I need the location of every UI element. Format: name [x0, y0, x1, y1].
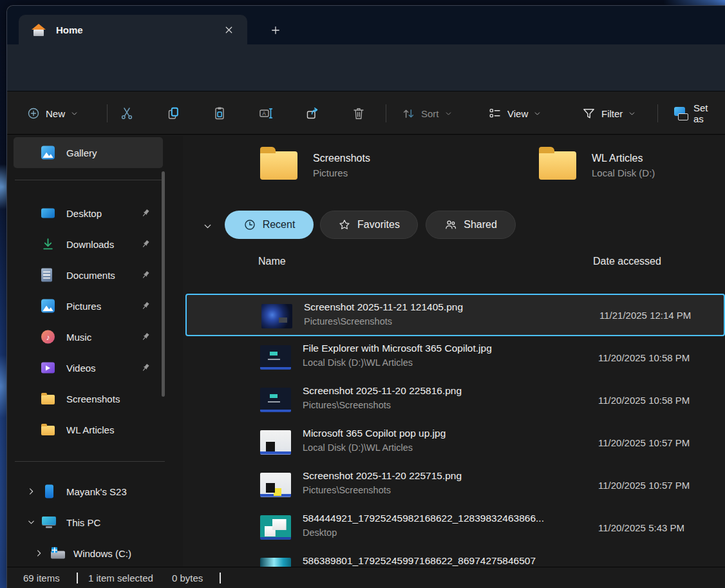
folder-location: Local Disk (D:)	[592, 167, 655, 178]
sidebar-item-label: WL Articles	[66, 424, 114, 435]
command-bar: New A Sort View	[7, 91, 725, 135]
sidebar-item-this-pc[interactable]: This PC	[14, 507, 163, 538]
file-name: 584444921_17925245982168622_128398324638…	[303, 513, 544, 524]
file-date-accessed: 11/21/2025 12:14 PM	[599, 310, 691, 321]
filter-button-label: Filter	[601, 108, 623, 119]
file-date-accessed: 11/20/2025 10:57 PM	[598, 437, 690, 448]
tab-favorites[interactable]: Favorites	[320, 211, 418, 239]
sidebar-item-label: Screenshots	[66, 394, 120, 404]
documents-icon	[41, 269, 52, 282]
tab-recent[interactable]: Recent	[225, 211, 314, 239]
sidebar-item-label: Desktop	[66, 208, 102, 219]
folder-name: WL Articles	[592, 153, 655, 164]
chevron-down-icon[interactable]	[26, 518, 36, 527]
tab-recent-label: Recent	[263, 219, 296, 231]
status-selection: 1 item selected	[88, 573, 153, 583]
pin-icon	[140, 207, 151, 219]
set-as-button[interactable]: Set as	[668, 100, 725, 126]
sort-button[interactable]: Sort	[395, 100, 459, 126]
set-as-background-icon	[674, 107, 688, 120]
file-row[interactable]: Screenshot 2025-11-20 225715.png Picture…	[185, 464, 725, 506]
chevron-right-icon[interactable]	[34, 549, 44, 558]
chevron-down-icon	[70, 109, 79, 118]
pictures-icon	[41, 299, 55, 313]
navigation-bar: Home	[7, 44, 725, 91]
tab-shared[interactable]: Shared	[426, 211, 516, 239]
cut-button[interactable]	[113, 100, 141, 126]
sidebar-item-label: Mayank's S23	[66, 486, 127, 497]
file-row[interactable]: Screenshot 2025-11-20 225816.png Picture…	[185, 379, 725, 421]
cut-scissors-icon	[119, 106, 135, 121]
sidebar-item-desktop[interactable]: Desktop	[14, 198, 163, 229]
rename-icon: A	[258, 106, 274, 121]
plus-circle-icon	[26, 106, 41, 120]
trash-icon	[351, 106, 366, 121]
main-pane: Screenshots Pictures WL Articles Local D…	[183, 136, 725, 567]
copy-button[interactable]	[159, 100, 187, 126]
tab-close-button[interactable]	[219, 20, 238, 39]
tab-strip: Home	[7, 6, 725, 44]
sidebar-item-phone[interactable]: Mayank's S23	[14, 476, 163, 507]
sidebar-item-documents[interactable]: Documents	[14, 260, 163, 290]
filter-button[interactable]: Filter	[575, 100, 643, 126]
sidebar-item-pictures[interactable]: Pictures	[14, 290, 163, 321]
rename-button[interactable]: A	[252, 100, 280, 126]
folder-tile-wl-articles[interactable]: WL Articles Local Disk (D:)	[532, 141, 725, 190]
phone-icon	[45, 485, 53, 498]
file-thumbnail	[260, 473, 291, 497]
file-row[interactable]: Microsoft 365 Copilot pop up.jpg Local D…	[185, 421, 725, 464]
file-date-accessed: 11/20/2025 10:57 PM	[598, 480, 690, 491]
section-collapse-button[interactable]	[196, 214, 219, 238]
folder-tile-screenshots[interactable]: Screenshots Pictures	[254, 141, 531, 190]
sidebar-item-downloads[interactable]: Downloads	[14, 229, 163, 260]
tab-favorites-label: Favorites	[357, 219, 400, 231]
sidebar-item-videos[interactable]: Videos	[14, 352, 163, 383]
paste-button[interactable]	[205, 100, 234, 126]
chevron-right-icon[interactable]	[26, 487, 36, 497]
file-row[interactable]: 586389801_17925245997168622_869742758465…	[185, 549, 725, 567]
file-row[interactable]: 584444921_17925245982168622_128398324638…	[185, 506, 725, 549]
chevron-down-icon	[444, 109, 453, 118]
folder-location: Pictures	[313, 167, 370, 178]
file-thumbnail	[260, 430, 291, 455]
delete-button[interactable]	[344, 100, 373, 126]
star-icon	[338, 218, 351, 231]
sidebar-item-wl-articles[interactable]: WL Articles	[14, 414, 163, 445]
plus-icon	[270, 24, 281, 36]
view-button[interactable]: View	[481, 100, 548, 126]
status-bar: 69 items 1 item selected 0 bytes	[7, 567, 725, 588]
file-location: Pictures\Screenshots	[303, 485, 462, 495]
toolbar-divider	[386, 104, 386, 122]
file-name: File Explorer with Microsoft 365 Copilot…	[303, 343, 492, 354]
file-thumbnail	[260, 515, 291, 540]
folder-name: Screenshots	[313, 153, 370, 164]
chevron-down-icon	[202, 221, 213, 232]
sidebar-scrollbar[interactable]	[162, 171, 165, 397]
this-pc-icon	[42, 517, 56, 528]
sidebar-item-screenshots[interactable]: Screenshots	[14, 383, 163, 414]
share-button[interactable]	[298, 100, 326, 126]
sidebar-item-gallery[interactable]: Gallery	[14, 137, 163, 168]
chevron-down-icon	[533, 109, 541, 118]
sidebar-item-windows-c[interactable]: Windows (C:)	[14, 538, 163, 567]
column-header-name[interactable]: Name	[258, 256, 286, 267]
drive-icon	[51, 551, 65, 559]
file-date-accessed: 11/20/2025 5:43 PM	[598, 522, 684, 533]
new-tab-button[interactable]	[265, 20, 287, 41]
column-header-date-accessed[interactable]: Date accessed	[593, 256, 661, 267]
folder-icon	[539, 151, 576, 180]
file-list: Screenshot 2025-11-21 121405.png Picture…	[183, 294, 725, 567]
view-list-icon	[487, 106, 502, 121]
tab-home[interactable]: Home	[19, 15, 247, 44]
new-button[interactable]: New	[20, 100, 85, 126]
file-date-accessed: 11/20/2025 10:58 PM	[598, 352, 690, 363]
sidebar-divider	[15, 180, 165, 180]
pin-icon	[140, 331, 151, 343]
toolbar-divider	[657, 104, 658, 122]
file-row[interactable]: File Explorer with Microsoft 365 Copilot…	[185, 336, 725, 379]
new-button-label: New	[46, 108, 65, 119]
sidebar-item-music[interactable]: Music	[14, 321, 163, 352]
music-icon	[41, 330, 55, 344]
file-row-selected[interactable]: Screenshot 2025-11-21 121405.png Picture…	[185, 294, 725, 336]
file-thumbnail	[260, 345, 291, 370]
